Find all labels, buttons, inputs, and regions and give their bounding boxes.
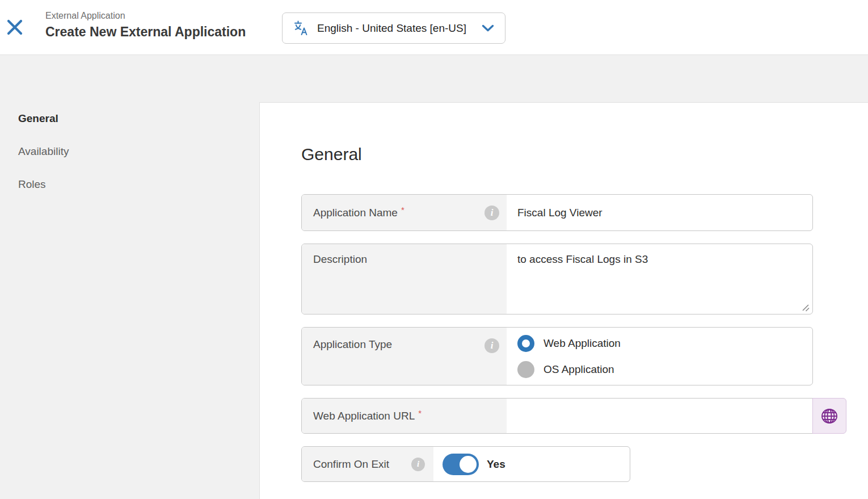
required-asterisk: *: [418, 408, 422, 418]
application-name-input[interactable]: Fiscal Log Viewer: [507, 195, 812, 230]
create-external-application-page: External Application Create New External…: [0, 0, 868, 499]
sidebar-item-general[interactable]: General: [18, 112, 69, 125]
sidebar-item-availability[interactable]: Availability: [18, 145, 69, 158]
radio-label: Web Application: [543, 337, 621, 350]
info-icon[interactable]: i: [411, 458, 425, 471]
radio-option-web-application[interactable]: Web Application: [517, 334, 621, 353]
workspace: General Availability Roles General Appli…: [0, 55, 868, 499]
application-type-label: Application Type: [313, 338, 392, 351]
radio-unselected-icon[interactable]: [517, 361, 534, 378]
toggle-state-label: Yes: [487, 458, 505, 471]
form-fields: Application Name * i Fiscal Log Viewer D…: [301, 194, 857, 482]
chevron-down-icon: [482, 24, 494, 32]
confirm-on-exit-toggle[interactable]: [443, 454, 479, 475]
header-subtitle: External Application: [45, 10, 246, 22]
web-application-url-label: Web Application URL: [313, 410, 415, 422]
confirm-on-exit-field: Confirm On Exit i Yes: [301, 446, 630, 482]
language-selected-value: English - United States [en-US]: [317, 22, 466, 35]
globe-icon: [820, 407, 838, 425]
toggle-knob: [460, 456, 477, 473]
application-name-label-area: Application Name * i: [302, 195, 507, 230]
section-nav: General Availability Roles: [18, 112, 69, 211]
sidebar-item-roles[interactable]: Roles: [18, 178, 69, 191]
application-name-label: Application Name: [313, 207, 398, 219]
description-textarea[interactable]: to access Fiscal Logs in S3: [507, 244, 812, 314]
radio-selected-icon[interactable]: [517, 335, 534, 352]
web-application-url-row: Web Application URL *: [301, 398, 857, 434]
info-icon[interactable]: i: [484, 338, 499, 353]
web-application-url-field: Web Application URL *: [301, 398, 813, 434]
confirm-on-exit-control: Yes: [433, 447, 630, 481]
description-value: to access Fiscal Logs in S3: [517, 253, 648, 266]
application-name-field: Application Name * i Fiscal Log Viewer: [301, 194, 813, 231]
general-section-panel: General Application Name * i Fiscal Log …: [259, 102, 868, 499]
application-type-label-area: Application Type i: [302, 328, 507, 385]
close-icon: [6, 19, 23, 36]
application-type-options: Web Application OS Application: [507, 328, 812, 385]
section-heading: General: [301, 145, 362, 164]
language-selector[interactable]: English - United States [en-US]: [282, 12, 505, 44]
radio-label: OS Application: [543, 363, 614, 376]
confirm-on-exit-label-area: Confirm On Exit i: [302, 447, 433, 481]
required-asterisk: *: [401, 205, 404, 215]
translate-icon: [293, 20, 309, 36]
description-label-area: Description: [302, 244, 507, 314]
radio-option-os-application[interactable]: OS Application: [517, 360, 614, 379]
description-label: Description: [313, 253, 367, 266]
header-titles: External Application Create New External…: [45, 10, 246, 41]
page-title: Create New External Application: [45, 23, 246, 41]
confirm-on-exit-label: Confirm On Exit: [313, 458, 389, 471]
web-application-url-label-area: Web Application URL *: [302, 399, 507, 433]
resize-handle-icon[interactable]: [802, 304, 810, 312]
url-lookup-button[interactable]: [812, 398, 846, 434]
info-icon[interactable]: i: [484, 206, 499, 220]
web-application-url-input[interactable]: [507, 399, 812, 433]
description-field: Description to access Fiscal Logs in S3: [301, 244, 813, 315]
application-type-field: Application Type i Web Application OS Ap…: [301, 327, 813, 385]
close-button[interactable]: [5, 18, 24, 37]
header: External Application Create New External…: [0, 0, 868, 55]
